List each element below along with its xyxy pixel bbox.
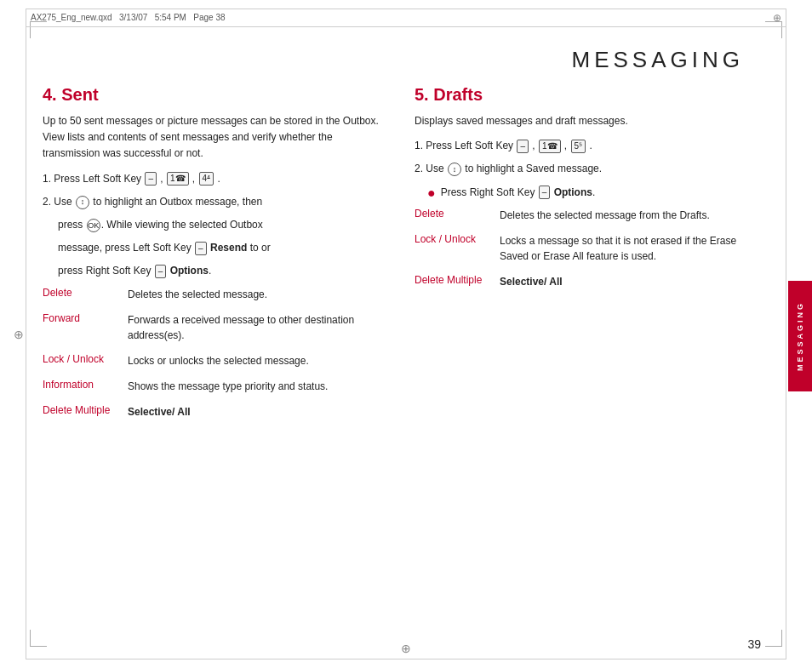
left-option-desc-lock: Locks or unlocks the selected message. [128,353,389,368]
left-option-row-forward: Forward Forwards a received message to o… [43,312,389,343]
left-option-row-delete-multiple: Delete Multiple Selective/ All [43,404,389,420]
key-4s: 4⁴ [199,172,214,186]
left-options-table: Delete Deletes the selected message. For… [43,287,389,420]
corner-br-v [781,630,782,647]
bullet-dot-icon: ● [427,185,436,201]
corner-bl [30,646,47,647]
right-nav-icon: ↕ [448,163,461,176]
left-step2-line4: press Right Soft Key – Options. [58,263,389,279]
left-step2: 2. Use ↕ to highlight an Outbox message,… [43,194,389,210]
right-key-minus: – [517,140,529,153]
nav-up-down-icon: ↕ [76,196,89,209]
corner-br [765,646,782,647]
step1-text: 1. Press Left Soft Key [43,173,144,185]
right-option-desc-delete-multiple: Selective/ All [500,274,761,289]
corner-bl-v [30,630,31,647]
side-tab: MESSAGING [788,281,812,391]
left-option-desc-delete: Deletes the selected message. [128,287,389,302]
right-bullet-text: Press Right Soft Key – Options. [441,185,596,201]
header-crosshair-icon: ⊕ [773,12,781,24]
right-option-row-lock: Lock / Unlock Locks a message so that it… [415,233,761,264]
right-bullet-item: ● Press Right Soft Key – Options. [427,185,761,201]
right-option-label-lock: Lock / Unlock [415,233,500,245]
right-option-label-delete: Delete [415,208,500,220]
right-option-label-delete-multiple: Delete Multiple [415,274,500,286]
left-step2-line2: press OK. While viewing the selected Out… [58,217,389,233]
border-bottom [26,659,786,659]
right-option-desc-lock: Locks a message so that it is not erased… [500,233,761,264]
page-title: MESSAGING [572,47,744,73]
left-option-label-delete-multiple: Delete Multiple [43,404,128,416]
right-key-5s: 5⁵ [571,140,586,153]
right-soft-key-icon: – [539,186,551,199]
left-section-heading: 4. Sent [43,85,389,105]
left-step1: 1. Press Left Soft Key – , 1☎ , 4⁴ . [43,171,389,187]
left-intro-text: Up to 50 sent messages or picture messag… [43,113,389,163]
right-options-table: Delete Deletes the selected message from… [415,208,761,289]
page-title-area: MESSAGING [572,47,744,73]
ok-icon: OK [87,219,100,232]
border-right [786,9,786,659]
left-option-desc-information: Shows the message type priority and stat… [128,379,389,394]
left-option-label-lock: Lock / Unlock [43,353,128,365]
left-option-label-delete: Delete [43,287,128,299]
left-crosshair-icon: ⊕ [14,328,24,341]
right-option-desc-delete: Deletes the selected message from the Dr… [500,208,761,223]
left-option-label-information: Information [43,379,128,391]
left-step2-line3: message, press Left Soft Key – Resend to… [58,240,389,256]
right-section-heading: 5. Drafts [415,85,761,105]
right-key-1s: 1☎ [539,140,561,153]
border-left [26,9,26,659]
header-filename: AX275_Eng_new.qxd 3/13/07 5:54 PM Page 3… [31,13,226,22]
left-option-desc-forward: Forwards a received message to other des… [128,312,389,343]
page-number: 39 [747,637,761,651]
key-left-soft: – [195,242,207,255]
left-column: 4. Sent Up to 50 sent messages or pictur… [43,85,389,625]
right-step2: 2. Use ↕ to highlight a Saved message. [415,161,761,177]
left-option-row-delete: Delete Deletes the selected message. [43,287,389,302]
header-bar: AX275_Eng_new.qxd 3/13/07 5:54 PM Page 3… [26,9,786,27]
right-option-row-delete-multiple: Delete Multiple Selective/ All [415,274,761,289]
key-right-soft: – [155,265,167,278]
left-option-row-lock: Lock / Unlock Locks or unlocks the selec… [43,353,389,368]
side-tab-label: MESSAGING [796,301,804,371]
key-1s: 1☎ [167,172,189,186]
left-option-desc-delete-multiple: Selective/ All [128,404,389,420]
bottom-crosshair-icon: ⊕ [401,642,411,655]
right-option-row-delete: Delete Deletes the selected message from… [415,208,761,223]
right-intro-text: Displays saved messages and draft messag… [415,113,761,129]
content-area: 4. Sent Up to 50 sent messages or pictur… [43,85,761,625]
key-minus-1: – [145,172,157,186]
right-step1: 1. Press Left Soft Key – , 1☎ , 5⁵ . [415,138,761,154]
left-option-label-forward: Forward [43,312,128,324]
left-option-row-information: Information Shows the message type prior… [43,379,389,394]
right-column: 5. Drafts Displays saved messages and dr… [415,85,761,625]
